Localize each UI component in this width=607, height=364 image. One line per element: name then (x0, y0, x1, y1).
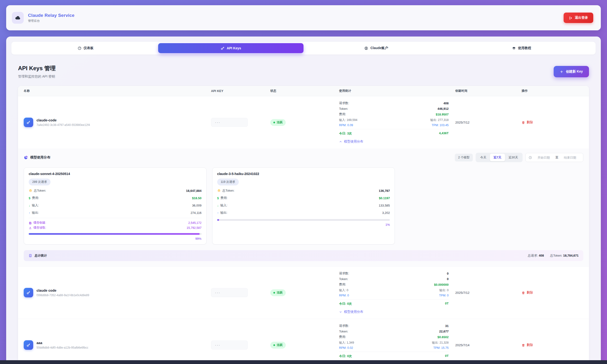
tab-label: 仪表板 (84, 46, 94, 50)
trash-icon (522, 291, 525, 295)
usage-stats: 请求数:408 Token:446,912 费用:$18.9507 输入: 16… (339, 101, 455, 144)
cloud-icon (15, 15, 21, 21)
nav-bar: 仪表板 API Keys Claude账户 使用教程 (11, 42, 596, 54)
calculator-icon (28, 254, 32, 258)
gauge-icon (77, 46, 82, 50)
model-card: claude-3-5-haiku-20241022 119 次请求 总Token… (212, 168, 395, 245)
delete-button[interactable]: 删除 (522, 290, 533, 295)
app-subtitle: 管理后台 (28, 19, 564, 23)
dollar-icon: $ (217, 196, 219, 200)
key-name: claude code (37, 289, 89, 292)
arrow-down-icon: ↓ (217, 204, 219, 207)
tab-label: Claude账户 (370, 46, 388, 50)
status-dot-icon (273, 344, 275, 346)
model-name: claude-3-5-haiku-20241022 (217, 172, 390, 176)
delete-button[interactable]: 删除 (522, 343, 533, 347)
usage-stats: 请求数:31 Token:22,677 费用:$0.6502 输入: 1,349… (339, 324, 455, 364)
masked-api-key[interactable]: ··· (211, 118, 248, 127)
chevron-down-icon (339, 310, 342, 314)
created-date: 2025/7/14 (455, 343, 522, 347)
trash-icon (522, 121, 525, 124)
bottom-edge (0, 360, 607, 364)
date-range-segmented: 今天 近7天 近30天 (476, 153, 523, 162)
tab-claude-accounts[interactable]: Claude账户 (304, 43, 449, 53)
totals-title: 总计统计 (35, 253, 47, 258)
coins-icon (29, 189, 32, 193)
masked-api-key[interactable]: ··· (211, 340, 248, 350)
key-icon (24, 288, 33, 297)
logout-icon (569, 16, 573, 20)
save-icon (29, 221, 32, 224)
range-7days[interactable]: 近7天 (490, 154, 505, 161)
created-date: 2025/7/12 (455, 121, 522, 124)
key-id: 50dd6db8-4df0-4d8e-a12b-95afb6e6fbcc (37, 346, 88, 349)
range-30days[interactable]: 近30天 (505, 154, 522, 161)
total-requests: 总请求: 408 (528, 253, 544, 258)
key-icon (24, 340, 33, 350)
plus-icon (560, 70, 563, 74)
dollar-icon: $ (29, 196, 30, 200)
col-usage: 使用统计 (339, 89, 455, 93)
tab-label: 使用教程 (518, 46, 531, 50)
totals-bar: 总计统计 总请求: 408 总Token: 18,784,671 (24, 250, 583, 261)
start-date-input[interactable] (533, 156, 554, 159)
user-circle-icon (364, 46, 368, 50)
usage-progress-bar (29, 233, 202, 235)
status-dot-icon (273, 292, 275, 294)
key-icon (220, 46, 225, 50)
arrow-up-icon: ↑ (217, 211, 219, 215)
model-usage-toggle[interactable]: 模型使用分布 (339, 139, 363, 144)
logout-label: 退出登录 (575, 16, 588, 20)
end-date-input[interactable] (560, 156, 580, 159)
range-today[interactable]: 今天 (477, 154, 490, 161)
tab-api-keys[interactable]: API Keys (158, 43, 304, 53)
col-actions: 操作 (522, 89, 583, 93)
key-icon (24, 118, 33, 127)
graduation-cap-icon (512, 46, 516, 50)
chevron-up-icon (339, 140, 342, 143)
usage-progress-bar (217, 219, 390, 221)
tab-label: API Keys (227, 46, 241, 50)
delete-button[interactable]: 删除 (522, 120, 533, 125)
usage-percent: 1% (217, 223, 390, 226)
key-name: claude-code (37, 118, 90, 122)
download-icon (29, 226, 32, 229)
status-badge: 活跃 (270, 342, 286, 349)
page-subtitle: 管理和监控您的 API 密钥 (18, 75, 56, 79)
key-id: f398d8b8-7352-4a88-9a1f-6b1e0c4d8e89 (37, 294, 89, 297)
table-row: claude-code 7a4e2492-3c38-4797-a540-5539… (18, 96, 589, 148)
create-key-button[interactable]: 创建新 Key (554, 66, 589, 77)
tab-dashboard[interactable]: 仪表板 (13, 43, 158, 53)
status-badge: 活跃 (270, 119, 286, 126)
total-tokens: 总Token: 18,784,671 (550, 253, 579, 258)
model-usage-toggle[interactable]: 模型使用分布 (339, 310, 363, 314)
usage-stats: 请求数:0 Token:0 费用:$0.000000 输入: 0输出: 0 RP… (339, 271, 455, 314)
logout-button[interactable]: 退出登录 (564, 13, 593, 23)
col-status: 状态 (270, 89, 339, 93)
app-header: Claude Relay Service 管理后台 退出登录 (6, 5, 601, 30)
coins-icon (217, 189, 221, 193)
date-separator: 至 (555, 155, 558, 160)
create-key-label: 创建新 Key (566, 69, 583, 74)
masked-api-key[interactable]: ··· (211, 288, 248, 297)
table-header-row: 名称 API KEY 状态 使用统计 创建时间 操作 (18, 86, 589, 96)
api-keys-table: 名称 API KEY 状态 使用统计 创建时间 操作 claude-code (18, 86, 589, 364)
page-title: API Keys 管理 (18, 65, 56, 72)
custom-date-range: 至 (525, 153, 583, 162)
model-usage-panel: 模型使用分布 2 个模型 今天 近7天 近30天 (18, 148, 589, 267)
status-dot-icon (273, 122, 275, 123)
app-title: Claude Relay Service (28, 13, 564, 18)
model-name: claude-sonnet-4-20250514 (29, 172, 202, 176)
main-card: 仪表板 API Keys Claude账户 使用教程 (6, 37, 601, 364)
pie-chart-icon (24, 155, 28, 160)
tab-tutorial[interactable]: 使用教程 (449, 43, 594, 53)
usage-percent: 99% (29, 237, 202, 240)
clock-icon (529, 155, 532, 160)
page: Claude Relay Service 管理后台 退出登录 仪表板 (0, 0, 607, 364)
key-name: aaa (37, 341, 88, 345)
model-count-badge: 2 个模型 (455, 154, 473, 161)
arrow-up-icon: ↑ (29, 211, 30, 215)
col-name: 名称 (24, 89, 211, 93)
request-count-badge: 119 次请求 (217, 179, 239, 185)
table-row: claude code f398d8b8-7352-4a88-9a1f-6b1e… (18, 267, 589, 319)
